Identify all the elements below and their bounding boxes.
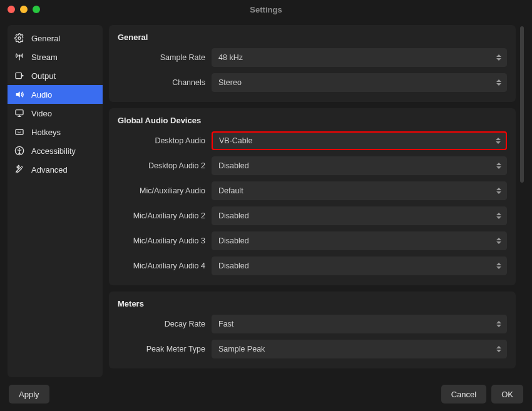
sidebar-item-label: Stream (31, 53, 58, 62)
content-column: General Sample Rate 48 kHz Channels St (109, 25, 524, 377)
svg-point-0 (18, 37, 21, 39)
sidebar-item-output[interactable]: Output (8, 66, 103, 85)
stepper-icon (496, 210, 504, 221)
panel-meters: Meters Decay Rate Fast Peak Meter Type (109, 292, 516, 368)
sidebar-item-stream[interactable]: Stream (8, 48, 103, 66)
sidebar-item-audio[interactable]: Audio (8, 85, 103, 104)
output-icon (14, 70, 25, 81)
sidebar-item-video[interactable]: Video (8, 104, 103, 123)
svg-rect-4 (16, 129, 23, 134)
select-mic-aux-4[interactable]: Disabled (212, 256, 507, 275)
select-mic-aux-3[interactable]: Disabled (212, 231, 507, 250)
row-desktop-audio-2: Desktop Audio 2 Disabled (118, 156, 507, 175)
row-decay-rate: Decay Rate Fast (118, 315, 507, 333)
stepper-icon (496, 135, 503, 146)
select-value: Default (218, 186, 243, 195)
row-mic-aux-3: Mic/Auxiliary Audio 3 Disabled (118, 231, 507, 250)
window-title: Settings (0, 5, 532, 14)
stepper-icon (496, 260, 504, 271)
speaker-icon (14, 89, 25, 100)
sidebar-item-label: Output (31, 71, 56, 81)
close-window-button[interactable] (8, 6, 15, 13)
apply-button[interactable]: Apply (9, 385, 49, 403)
cancel-button[interactable]: Cancel (441, 385, 486, 403)
antenna-icon (14, 51, 25, 63)
sidebar-item-label: Hotkeys (31, 128, 61, 137)
stepper-icon (496, 343, 504, 355)
row-sample-rate: Sample Rate 48 kHz (118, 48, 507, 67)
select-value: Sample Peak (218, 345, 265, 353)
label-mic-aux-3: Mic/Auxiliary Audio 3 (118, 236, 212, 245)
window-controls (8, 0, 40, 19)
row-channels: Channels Stereo (118, 73, 507, 92)
svg-point-6 (19, 148, 20, 150)
row-peak-meter-type: Peak Meter Type Sample Peak (118, 340, 507, 358)
zoom-window-button[interactable] (33, 6, 40, 13)
panel-title-general: General (118, 33, 507, 42)
label-mic-aux-4: Mic/Auxiliary Audio 4 (118, 261, 212, 270)
svg-rect-2 (16, 73, 21, 78)
stepper-icon (496, 318, 504, 330)
svg-rect-3 (16, 110, 23, 115)
label-mic-aux-2: Mic/Auxiliary Audio 2 (118, 211, 212, 220)
settings-sidebar: General Stream Output Audio Video (8, 25, 103, 377)
select-channels[interactable]: Stereo (212, 73, 507, 92)
label-mic-aux: Mic/Auxiliary Audio (118, 186, 212, 195)
content-scrollbar[interactable] (519, 25, 524, 377)
stepper-icon (496, 52, 504, 63)
label-desktop-audio-2: Desktop Audio 2 (118, 161, 212, 170)
select-mic-aux[interactable]: Default (212, 181, 507, 200)
sidebar-item-advanced[interactable]: Advanced (8, 160, 103, 179)
stepper-icon (496, 185, 504, 196)
stepper-icon (496, 77, 504, 88)
select-sample-rate[interactable]: 48 kHz (212, 48, 507, 67)
select-value: Fast (218, 320, 233, 328)
sidebar-item-hotkeys[interactable]: Hotkeys (8, 123, 103, 141)
stepper-icon (496, 160, 504, 171)
select-desktop-audio-2[interactable]: Disabled (212, 156, 507, 175)
select-value: Disabled (218, 211, 249, 220)
accessibility-icon (14, 145, 25, 156)
select-value: 48 kHz (218, 53, 243, 62)
select-decay-rate[interactable]: Fast (212, 315, 507, 333)
scrollbar-thumb[interactable] (520, 26, 524, 183)
main-area: General Stream Output Audio Video (0, 19, 532, 377)
label-decay-rate: Decay Rate (118, 320, 212, 328)
row-desktop-audio: Desktop Audio VB-Cable (118, 131, 507, 150)
sidebar-item-label: Accessibility (31, 146, 76, 156)
settings-content: General Sample Rate 48 kHz Channels St (109, 25, 516, 377)
sidebar-item-label: General (31, 34, 60, 43)
label-desktop-audio: Desktop Audio (118, 136, 212, 145)
select-mic-aux-2[interactable]: Disabled (212, 206, 507, 225)
stepper-icon (496, 235, 504, 246)
select-desktop-audio[interactable]: VB-Cable (212, 131, 507, 150)
select-value: VB-Cable (219, 136, 253, 145)
select-value: Disabled (218, 261, 249, 270)
monitor-icon (14, 108, 25, 119)
dialog-footer: Apply Cancel OK (0, 377, 532, 411)
panel-general: General Sample Rate 48 kHz Channels St (109, 25, 516, 102)
sidebar-item-label: Audio (31, 90, 52, 99)
row-mic-aux-2: Mic/Auxiliary Audio 2 Disabled (118, 206, 507, 225)
row-mic-aux-4: Mic/Auxiliary Audio 4 Disabled (118, 256, 507, 275)
select-peak-meter-type[interactable]: Sample Peak (212, 340, 507, 358)
select-value: Disabled (218, 161, 249, 170)
panel-global-audio-devices: Global Audio Devices Desktop Audio VB-Ca… (109, 108, 516, 285)
label-sample-rate: Sample Rate (118, 53, 212, 62)
sidebar-item-accessibility[interactable]: Accessibility (8, 141, 103, 160)
tools-icon (14, 164, 25, 175)
keyboard-icon (14, 126, 25, 138)
sidebar-item-general[interactable]: General (8, 29, 103, 48)
ok-button[interactable]: OK (491, 385, 523, 403)
gear-icon (14, 33, 25, 44)
sidebar-item-label: Advanced (31, 165, 68, 175)
label-peak-meter-type: Peak Meter Type (118, 345, 212, 353)
label-channels: Channels (118, 78, 212, 87)
minimize-window-button[interactable] (20, 6, 28, 13)
row-mic-aux: Mic/Auxiliary Audio Default (118, 181, 507, 200)
panel-title-meters: Meters (118, 299, 507, 308)
titlebar: Settings (0, 0, 532, 19)
select-value: Disabled (218, 236, 249, 245)
panel-title-global-audio: Global Audio Devices (118, 116, 507, 125)
sidebar-item-label: Video (31, 109, 52, 118)
